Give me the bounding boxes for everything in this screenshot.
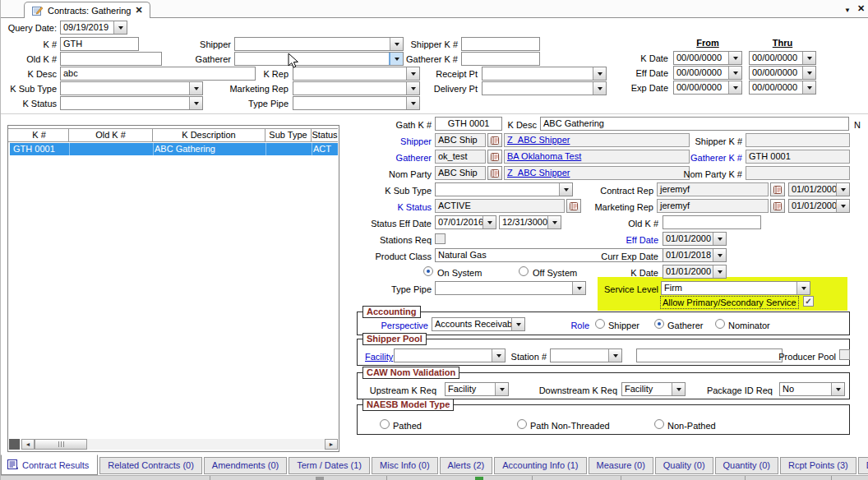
facility-combo[interactable] — [394, 348, 506, 362]
service-level-combo[interactable]: Firm — [661, 281, 810, 295]
k-sub-type-dropdown-button[interactable] — [189, 82, 202, 95]
tab-term-dates[interactable]: Term / Dates (1) — [289, 457, 370, 474]
marketing-rep-lookup-button[interactable] — [770, 199, 785, 213]
package-id-req-dropdown-button[interactable] — [831, 383, 844, 395]
detail-k-desc-field[interactable]: ABC Gathering — [540, 117, 849, 131]
exp-date-from-dropdown-button[interactable] — [728, 81, 741, 94]
marketing-rep-date-dropdown-button[interactable] — [836, 200, 849, 212]
shipper-dropdown-button[interactable] — [390, 38, 403, 50]
station-num-combo[interactable] — [550, 348, 622, 362]
eff-date-from-dropdown-button[interactable] — [728, 67, 741, 79]
tab-alerts[interactable]: Alerts (2) — [440, 457, 493, 474]
scrollbar-thumb[interactable] — [35, 439, 87, 450]
k-status-combo[interactable] — [60, 96, 203, 110]
status-eff-from-dropdown-button[interactable] — [482, 216, 496, 228]
allow-primary-secondary-checkbox[interactable]: ✓ — [803, 296, 814, 307]
eff-date-thru-dropdown-button[interactable] — [802, 67, 815, 79]
nom-party-field[interactable]: ABC Ship — [435, 166, 486, 180]
tab-close-icon[interactable]: ✕ — [136, 6, 143, 15]
pathed-radio[interactable] — [380, 419, 390, 429]
gatherer-lookup-button[interactable] — [487, 150, 502, 164]
tab-quality[interactable]: Quality (0) — [655, 457, 713, 474]
detail-gatherer-k-num-label[interactable]: Gatherer K # — [626, 152, 742, 164]
k-date-thru-field[interactable]: 00/00/0000 — [749, 51, 816, 65]
gath-k-num-field[interactable]: GTH 0001 — [435, 117, 502, 131]
pool-text-input[interactable] — [636, 348, 783, 362]
k-date-from-dropdown-button[interactable] — [728, 52, 741, 64]
contract-rep-date-dropdown-button[interactable] — [836, 183, 849, 196]
upstream-k-req-dropdown-button[interactable] — [495, 383, 508, 395]
col-header-k-num[interactable]: K # — [10, 129, 69, 141]
query-date-dropdown-button[interactable] — [113, 21, 127, 34]
detail-gatherer-label[interactable]: Gatherer — [354, 152, 432, 164]
detail-old-k-num-field[interactable] — [663, 215, 761, 229]
tab-amendments[interactable]: Amendments (0) — [204, 457, 287, 474]
shipper-link[interactable]: Z_ABC Shipper — [507, 135, 570, 145]
gatherer-k-num-input[interactable] — [461, 52, 540, 66]
tab-rcpt-points[interactable]: Rcpt Points (3) — [780, 457, 856, 474]
upstream-k-req-combo[interactable]: Facility — [445, 382, 509, 396]
detail-shipper-field[interactable]: ABC Ship — [435, 133, 486, 147]
detail-shipper-k-num-field[interactable] — [746, 133, 850, 147]
col-header-k-description[interactable]: K Description — [153, 129, 265, 141]
shipper-lookup-button[interactable] — [487, 133, 502, 147]
gatherer-link[interactable]: BA Oklahoma Test — [507, 151, 581, 161]
k-sub-type-combo[interactable] — [60, 81, 203, 95]
off-system-radio[interactable] — [519, 266, 529, 276]
curr-exp-date-dropdown-button[interactable] — [713, 249, 726, 261]
detail-k-date-field[interactable]: 01/01/2000 — [663, 265, 727, 279]
receipt-pt-combo[interactable] — [482, 67, 607, 81]
producer-pool-checkbox[interactable] — [839, 349, 850, 360]
exp-date-from-field[interactable]: 00/00/0000 — [673, 81, 742, 95]
eff-date-thru-field[interactable]: 00/00/0000 — [749, 66, 816, 80]
shipper-combo[interactable] — [234, 37, 404, 51]
query-date-field[interactable]: 09/19/2019 — [60, 21, 127, 35]
tab-dlvry-points[interactable]: Dlvry Points (0) — [858, 457, 868, 474]
perspective-dropdown-button[interactable] — [511, 318, 524, 330]
k-date-from-field[interactable]: 00/00/0000 — [673, 51, 742, 65]
downstream-k-req-combo[interactable]: Facility — [621, 382, 686, 396]
horizontal-scrollbar[interactable]: ◄ ► — [9, 439, 338, 450]
marketing-rep-field[interactable]: jeremyf — [657, 199, 769, 213]
role-label[interactable]: Role — [560, 320, 589, 331]
facility-link[interactable]: Facility — [365, 351, 393, 362]
tab-list-menu-icon[interactable]: ▼ — [844, 6, 851, 16]
gatherer-combo[interactable] — [234, 52, 404, 66]
detail-eff-date-dropdown-button[interactable] — [713, 233, 726, 245]
marketing-rep-dropdown-button[interactable] — [406, 82, 419, 95]
role-gatherer-radio[interactable] — [654, 319, 664, 329]
col-header-sub-type[interactable]: Sub Type — [265, 129, 312, 141]
detail-shipper-label[interactable]: Shipper — [354, 136, 432, 147]
downstream-k-req-dropdown-button[interactable] — [672, 383, 685, 395]
stations-req-checkbox[interactable] — [435, 233, 446, 244]
status-eff-date-from-field[interactable]: 07/01/2016 — [435, 215, 496, 229]
contract-rep-field[interactable]: jeremyf — [657, 182, 769, 196]
tab-misc-info[interactable]: Misc Info (0) — [372, 457, 438, 474]
exp-date-thru-dropdown-button[interactable] — [802, 81, 815, 94]
nom-party-link[interactable]: Z_ABC Shipper — [507, 168, 570, 178]
detail-k-date-dropdown-button[interactable] — [713, 265, 726, 278]
tab-accounting-info[interactable]: Accounting Info (1) — [494, 457, 586, 474]
path-non-threaded-radio[interactable] — [517, 419, 527, 429]
role-shipper-radio[interactable] — [595, 319, 605, 329]
k-date-thru-dropdown-button[interactable] — [802, 52, 815, 64]
table-row-selected[interactable]: GTH 0001 ABC Gathering ACT — [10, 143, 338, 155]
service-level-dropdown-button[interactable] — [796, 282, 810, 294]
col-header-status[interactable]: Status — [312, 129, 338, 141]
close-icon[interactable]: ✕ — [857, 3, 865, 13]
delivery-pt-dropdown-button[interactable] — [593, 82, 606, 95]
curr-exp-date-field[interactable]: 01/01/2018 — [663, 248, 727, 262]
detail-eff-date-field[interactable]: 01/01/2000 — [663, 232, 727, 246]
gatherer-dropdown-button[interactable] — [390, 53, 403, 65]
tab-measure[interactable]: Measure (0) — [589, 457, 653, 474]
tab-contracts-gathering[interactable]: Contracts: Gathering ✕ — [24, 2, 150, 18]
tab-contract-results[interactable]: Contract Results — [1, 455, 98, 475]
marketing-rep-date-field[interactable]: 01/01/2000 — [788, 199, 850, 213]
station-num-dropdown-button[interactable] — [608, 349, 621, 362]
perspective-label[interactable]: Perspective — [338, 320, 428, 331]
package-id-req-combo[interactable]: No — [779, 382, 845, 396]
on-system-radio[interactable] — [423, 266, 433, 276]
scroll-left-button[interactable]: ◄ — [21, 439, 35, 450]
k-status-dropdown-button[interactable] — [189, 97, 202, 109]
marketing-rep-combo[interactable] — [293, 81, 420, 95]
